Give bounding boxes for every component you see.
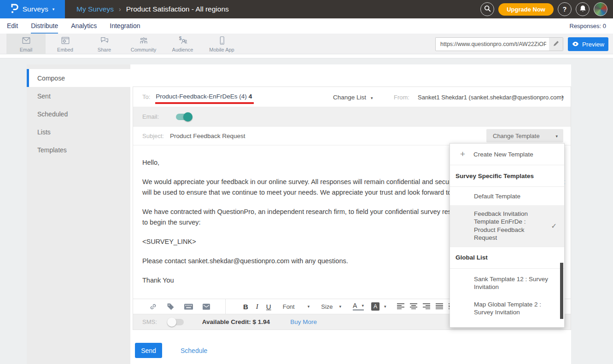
sms-label: SMS: <box>142 318 157 325</box>
available-credit: Available Credit: $ 1.94 <box>202 318 270 325</box>
email-toggle[interactable] <box>176 114 192 120</box>
channel-tab-share[interactable]: Share <box>85 34 124 54</box>
to-list-name: Product-Feedback-EnFrDeEs (4) <box>156 93 246 100</box>
survey-url-bar <box>435 37 563 51</box>
align-left-icon[interactable] <box>397 303 404 310</box>
align-center-icon[interactable] <box>410 303 417 310</box>
chevron-down-icon: ▾ <box>53 7 55 12</box>
menu-item-default-template[interactable]: Default Template <box>450 187 564 205</box>
breadcrumb-separator-icon: › <box>119 6 121 13</box>
tab-edit[interactable]: Edit <box>7 18 18 34</box>
toggle-knob <box>167 318 176 327</box>
mobile-phone-icon <box>216 35 228 46</box>
chevron-down-icon: ▾ <box>308 304 310 309</box>
sms-toggle[interactable] <box>168 319 184 325</box>
channel-label: Email <box>20 47 33 52</box>
menu-section-global-list: Global List <box>450 247 564 269</box>
font-family-dropdown[interactable]: Font ▾ <box>283 303 310 310</box>
channel-tab-community[interactable]: Community <box>124 34 163 54</box>
menu-scrollbar[interactable] <box>560 263 563 319</box>
tab-distribute[interactable]: Distribute <box>31 18 58 34</box>
edit-url-button[interactable] <box>549 38 563 51</box>
product-menu-label: Surveys <box>23 5 48 13</box>
buy-more-link[interactable]: Buy More <box>290 318 317 325</box>
audience-icon: $ <box>177 35 188 46</box>
insert-link-button[interactable] <box>149 303 157 311</box>
change-template-dropdown[interactable]: Change Template ▾ <box>486 129 563 143</box>
search-icon <box>484 5 491 13</box>
bold-button[interactable]: B <box>243 303 248 311</box>
font-dropdown-label: Font <box>283 303 295 310</box>
change-template-label: Change Template <box>493 133 540 139</box>
email-icon <box>21 35 32 46</box>
to-recipient-count: 4 <box>249 93 252 100</box>
search-button[interactable] <box>480 2 494 16</box>
pencil-icon <box>553 40 559 48</box>
header-actions: Upgrade Now ? <box>480 2 613 16</box>
subject-row: Subject: Product Feedback Request Change… <box>133 127 571 145</box>
align-right-icon[interactable] <box>423 303 430 310</box>
help-button[interactable]: ? <box>558 2 572 16</box>
upgrade-now-button[interactable]: Upgrade Now <box>498 3 554 16</box>
selected-template-label: Feedback Invitation Template EnFrDe : Pr… <box>474 210 528 242</box>
user-avatar[interactable] <box>594 2 607 16</box>
text-color-label: A <box>353 302 357 309</box>
menu-item-sank-template-12[interactable]: Sank Template 12 : Survey Invitation <box>450 273 564 291</box>
tab-integration[interactable]: Integration <box>110 18 140 34</box>
size-dropdown-label: Size <box>321 303 333 310</box>
sidebar-item-sent[interactable]: Sent <box>27 87 130 105</box>
top-header: Surveys ▾ My Surveys › Product Satisfact… <box>0 0 613 18</box>
font-size-dropdown[interactable]: Size ▾ <box>321 303 341 310</box>
sidebar-item-templates[interactable]: Templates <box>27 141 130 159</box>
from-sender-value[interactable]: Sanket1 Shekdar1 (sanket.shekdar@questio… <box>418 93 564 100</box>
menu-item-map-global-template-2[interactable]: Map Global Template 2 : Survey Invitatio… <box>450 298 564 317</box>
notifications-button[interactable] <box>576 2 590 16</box>
svg-text:$: $ <box>179 36 181 41</box>
preview-button[interactable]: Preview <box>568 37 608 51</box>
breadcrumb-my-surveys[interactable]: My Surveys <box>76 5 114 13</box>
email-label: Email: <box>142 113 159 120</box>
underline-button[interactable]: U <box>266 303 271 311</box>
menu-item-feedback-invitation-template[interactable]: Feedback Invitation Template EnFrDe : Pr… <box>450 205 564 247</box>
subject-value[interactable]: Product Feedback Request <box>170 133 245 139</box>
chevron-down-icon[interactable]: ▾ <box>561 95 564 99</box>
breadcrumb: My Surveys › Product Satisfaction - All … <box>76 5 229 13</box>
change-list-label: Change List <box>333 93 366 100</box>
channel-tab-audience[interactable]: $ Audience <box>163 34 202 54</box>
channel-tab-embed[interactable]: Embed <box>46 34 85 54</box>
change-list-dropdown[interactable]: Change List▾ <box>333 93 373 100</box>
from-label: From: <box>394 93 409 100</box>
chevron-down-icon: ▾ <box>555 133 558 138</box>
sidebar-item-lists[interactable]: Lists <box>27 123 130 141</box>
channel-tab-email[interactable]: Email <box>6 34 46 54</box>
sidebar-item-compose[interactable]: Compose <box>27 69 130 87</box>
sidebar-item-scheduled[interactable]: Scheduled <box>27 105 130 123</box>
embed-icon <box>60 35 71 46</box>
divider-strip <box>0 54 613 58</box>
toggle-knob <box>183 112 193 121</box>
to-list-value[interactable]: Product-Feedback-EnFrDeEs (4)4 <box>155 90 254 104</box>
tab-analytics[interactable]: Analytics <box>71 18 97 34</box>
email-toggle-row: Email: <box>133 107 571 127</box>
text-color-button[interactable]: A ▾ <box>353 302 364 311</box>
background-color-button[interactable]: A ▾ <box>371 302 386 311</box>
schedule-link[interactable]: Schedule <box>181 347 207 354</box>
send-button[interactable]: Send <box>135 343 162 358</box>
responses-count: Responses: 0 <box>570 23 607 29</box>
questionpro-app: Surveys ▾ My Surveys › Product Satisfact… <box>0 0 613 364</box>
menu-item-create-new-template[interactable]: + Create New Template <box>450 144 564 165</box>
align-justify-icon[interactable] <box>436 303 443 310</box>
italic-button[interactable]: I <box>256 303 258 311</box>
channel-label: Mobile App <box>209 47 234 52</box>
channel-tab-mobile-app[interactable]: Mobile App <box>202 34 241 54</box>
merge-tag-button[interactable] <box>167 303 175 311</box>
surveys-product-menu[interactable]: Surveys ▾ <box>0 0 65 18</box>
menu-item-test-global-test-g[interactable]: Test Global Test G : Test PAA G <box>450 324 564 328</box>
to-row: To: Product-Feedback-EnFrDeEs (4)4 Chang… <box>133 87 571 107</box>
keyboard-shortcuts-button[interactable] <box>184 304 193 310</box>
survey-url-input[interactable] <box>435 37 563 51</box>
global-template-list: Sank Template 12 : Survey Invitation Map… <box>450 269 564 328</box>
community-icon <box>138 35 149 46</box>
question-mark-icon: ? <box>563 6 567 13</box>
email-template-button[interactable] <box>203 304 210 310</box>
